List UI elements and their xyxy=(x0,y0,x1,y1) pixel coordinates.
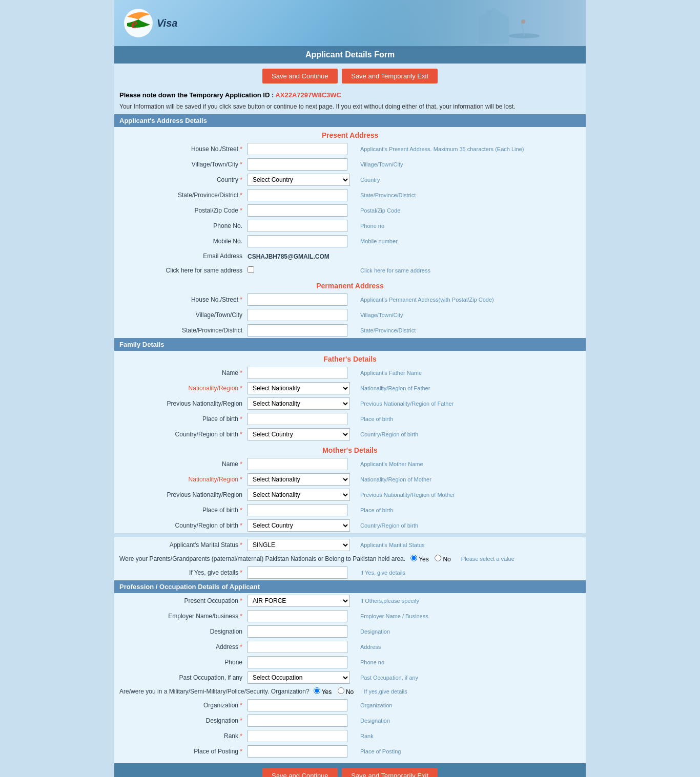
military-yes-label[interactable]: Yes xyxy=(314,688,334,696)
postal-label: Postal/Zip Code xyxy=(119,207,248,214)
email-row: Email Address CSHAJBH785@GMAIL.COM xyxy=(114,249,586,263)
mother-country-birth-select[interactable]: Select Country xyxy=(248,519,350,532)
place-posting-input[interactable] xyxy=(248,745,347,758)
phone-hint: Phone no xyxy=(350,223,581,229)
designation-input[interactable] xyxy=(248,625,347,638)
perm-village-hint: Village/Town/City xyxy=(350,312,581,318)
father-nationality-label: Nationality/Region xyxy=(119,385,248,392)
occ-phone-input-cell xyxy=(248,656,350,668)
father-nationality-select[interactable]: Select Nationality xyxy=(248,382,350,394)
postal-row: Postal/Zip Code Postal/Zip Code xyxy=(114,203,586,218)
mother-birth-input[interactable] xyxy=(248,504,347,516)
same-address-checkbox[interactable] xyxy=(248,266,254,273)
address-section-header: Applicant's Address Details xyxy=(114,114,586,127)
father-country-birth-select[interactable]: Select Country xyxy=(248,428,350,440)
organization-row: Organization Organization xyxy=(114,698,586,713)
email-display-cell: CSHAJBH785@GMAIL.COM xyxy=(248,253,350,260)
mobile-input[interactable] xyxy=(248,235,347,247)
postal-input[interactable] xyxy=(248,204,347,217)
occ-address-input[interactable] xyxy=(248,641,347,653)
occ-phone-input[interactable] xyxy=(248,656,347,668)
past-occupation-row: Past Occupation, if any Select Occupatio… xyxy=(114,670,586,685)
pakistan-yes-radio[interactable] xyxy=(410,555,417,561)
pakistan-hint: Please select a value xyxy=(461,556,514,562)
father-nationality-select-cell: Select Nationality xyxy=(248,382,350,394)
perm-village-input[interactable] xyxy=(248,309,347,321)
mother-name-input[interactable] xyxy=(248,458,347,470)
mother-birth-input-cell xyxy=(248,504,350,516)
save-exit-button-top[interactable]: Save and Temporarily Exit xyxy=(342,69,438,83)
designation2-row: Designation Designation xyxy=(114,713,586,728)
military-radio-group: Yes No xyxy=(314,687,354,696)
father-country-birth-hint: Country/Region of birth xyxy=(350,431,581,437)
pakistan-no-radio[interactable] xyxy=(435,555,441,561)
father-details-header: Father's Details xyxy=(114,351,586,365)
mother-prev-nationality-select[interactable]: Select Nationality xyxy=(248,489,350,501)
phone-row: Phone No. Phone no xyxy=(114,218,586,234)
svg-rect-4 xyxy=(486,10,491,18)
perm-house-input[interactable] xyxy=(248,293,347,306)
country-select[interactable]: Select Country xyxy=(248,174,350,186)
if-yes-input[interactable] xyxy=(248,566,347,579)
father-prev-nationality-select[interactable]: Select Nationality xyxy=(248,397,350,410)
designation2-input[interactable] xyxy=(248,715,347,727)
father-name-input[interactable] xyxy=(248,367,347,379)
village-hint: Village/Town/City xyxy=(350,161,581,167)
father-prev-nationality-label: Previous Nationality/Region xyxy=(119,400,248,407)
save-exit-button-bottom[interactable]: Save and Temporarily Exit xyxy=(342,768,438,777)
same-address-checkbox-cell xyxy=(248,266,350,275)
military-yes-radio[interactable] xyxy=(314,687,320,694)
country-select-cell: Select Country xyxy=(248,174,350,186)
father-name-label: Name xyxy=(119,369,248,376)
mother-nationality-row: Nationality/Region Select Nationality Na… xyxy=(114,472,586,487)
present-occupation-select[interactable]: AIR FORCE ARMY NAVY POLICE OTHER xyxy=(248,595,350,607)
section-divider-1 xyxy=(114,533,586,537)
rank-input[interactable] xyxy=(248,730,347,742)
present-address-header: Present Address xyxy=(114,127,586,141)
perm-house-input-cell xyxy=(248,293,350,306)
phone-input[interactable] xyxy=(248,220,347,232)
organization-input[interactable] xyxy=(248,699,347,711)
marital-status-select-cell: SINGLE MARRIED DIVORCED WIDOWED xyxy=(248,539,350,551)
state-input[interactable] xyxy=(248,189,347,201)
house-street-input-cell xyxy=(248,143,350,155)
father-country-birth-label: Country/Region of birth xyxy=(119,431,248,438)
pakistan-yes-label[interactable]: Yes xyxy=(410,556,430,563)
past-occupation-select-cell: Select Occupation xyxy=(248,671,350,684)
father-birth-input[interactable] xyxy=(248,413,347,425)
employer-name-input[interactable] xyxy=(248,610,347,622)
village-input[interactable] xyxy=(248,158,347,171)
military-no-label[interactable]: No xyxy=(338,688,354,696)
country-hint: Country xyxy=(350,177,581,183)
if-yes-label: If Yes, give details xyxy=(119,569,248,576)
profession-form-body: Present Occupation AIR FORCE ARMY NAVY P… xyxy=(114,593,586,763)
house-street-input[interactable] xyxy=(248,143,347,155)
rank-hint: Rank xyxy=(350,733,581,739)
designation2-label: Designation xyxy=(119,717,248,724)
family-form-body: Father's Details Name Applicant's Father… xyxy=(114,351,586,533)
save-continue-button-bottom[interactable]: Save and Continue xyxy=(262,768,338,777)
military-no-radio[interactable] xyxy=(338,687,344,694)
email-label: Email Address xyxy=(119,253,248,260)
occ-address-label: Address xyxy=(119,643,248,650)
mobile-input-cell xyxy=(248,235,350,247)
military-row: Are/were you in a Military/Semi-Military… xyxy=(114,685,586,698)
family-section-header: Family Details xyxy=(114,338,586,351)
save-continue-button-top[interactable]: Save and Continue xyxy=(262,69,338,83)
past-occupation-hint: Past Occupation, if any xyxy=(350,675,581,681)
perm-state-hint: State/Province/District xyxy=(350,327,581,333)
past-occupation-select[interactable]: Select Occupation xyxy=(248,671,350,684)
same-address-row: Click here for same address Click here f… xyxy=(114,263,586,278)
father-birth-input-cell xyxy=(248,413,350,425)
bottom-action-bar: Save and Continue Save and Temporarily E… xyxy=(114,763,586,777)
employer-name-row: Employer Name/business Employer Name / B… xyxy=(114,608,586,624)
father-birth-row: Place of birth Place of birth xyxy=(114,411,586,427)
place-posting-label: Place of Posting xyxy=(119,748,248,755)
present-occupation-label: Present Occupation xyxy=(119,597,248,604)
mother-nationality-select[interactable]: Select Nationality xyxy=(248,473,350,486)
pakistan-no-label[interactable]: No xyxy=(435,556,451,563)
perm-village-label: Village/Town/City xyxy=(119,311,248,319)
marital-status-select[interactable]: SINGLE MARRIED DIVORCED WIDOWED xyxy=(248,539,350,551)
perm-state-input[interactable] xyxy=(248,324,347,337)
village-label: Village/Town/City xyxy=(119,161,248,168)
